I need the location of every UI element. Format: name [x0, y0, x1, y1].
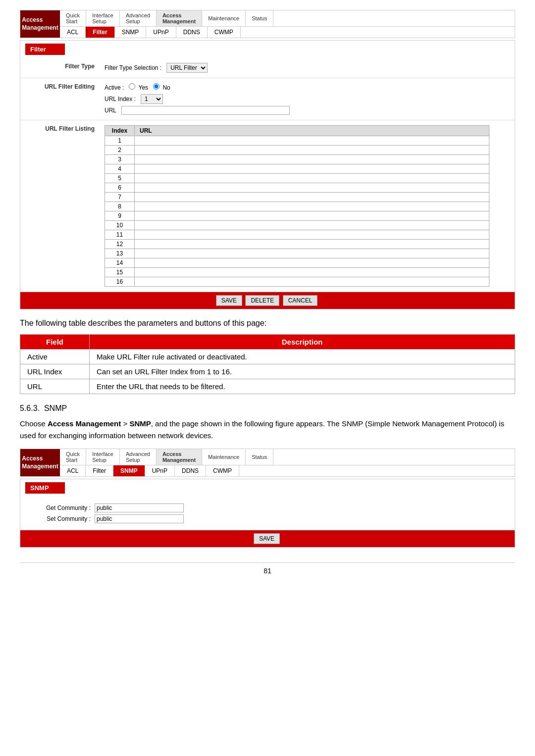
set-community-input[interactable] — [95, 514, 184, 523]
url-table-row: 1 — [105, 136, 489, 146]
nav-bottom-2-snmp[interactable]: SNMP — [113, 465, 145, 476]
url-table-index-cell: 15 — [105, 268, 135, 277]
url-table-index-cell: 12 — [105, 240, 135, 249]
url-filter-editing-label: URL Filter Editing — [20, 81, 100, 92]
filter-type-select[interactable]: URL Filter — [166, 63, 208, 73]
url-table-url-cell — [135, 258, 489, 268]
url-table-url-cell — [135, 146, 489, 155]
nav-bottom-filter[interactable]: Filter — [86, 27, 114, 38]
url-table-index-cell: 14 — [105, 258, 135, 268]
url-table-row: 10 — [105, 221, 489, 230]
url-table-url-cell — [135, 249, 489, 258]
nav-bottom-upnp[interactable]: UPnP — [146, 27, 176, 38]
nav-bottom-2-filter[interactable]: Filter — [86, 465, 113, 476]
active-no-label: No — [162, 84, 170, 91]
field-description-table: Field Description ActiveMake URL Filter … — [20, 334, 515, 394]
nav-top-2: QuickStart InterfaceSetup AdvancedSetup … — [60, 449, 515, 465]
nav-top-access-mgmt[interactable]: AccessManagement — [157, 10, 202, 26]
nav-bottom-2-ddns[interactable]: DDNS — [175, 465, 206, 476]
snmp-save-button[interactable]: SAVE — [254, 533, 280, 544]
nav-bar-2: Access Management QuickStart InterfaceSe… — [20, 449, 515, 477]
nav-bottom-snmp[interactable]: SNMP — [115, 27, 147, 38]
nav-bottom-acl[interactable]: ACL — [60, 27, 86, 38]
url-table-row: 9 — [105, 211, 489, 221]
url-filter-listing-row: URL Filter Listing Index URL 12345678910… — [20, 120, 515, 292]
nav-bottom-2-acl[interactable]: ACL — [60, 465, 86, 476]
url-index-select[interactable]: 1234 5678 9101112 13141516 — [141, 94, 163, 104]
nav-top-2-access-mgmt[interactable]: AccessManagement — [157, 449, 202, 465]
url-table-url-cell — [135, 230, 489, 240]
nav-bottom-2-upnp[interactable]: UPnP — [145, 465, 175, 476]
field-cell: Active — [20, 350, 90, 364]
url-table-index-cell: 8 — [105, 202, 135, 211]
nav-top-2-interface-setup[interactable]: InterfaceSetup — [86, 449, 120, 465]
field-cell: URL — [20, 379, 90, 394]
nav-top-2-maintenance[interactable]: Maintenance — [202, 449, 246, 465]
get-community-input[interactable] — [95, 504, 184, 512]
filter-type-selection-label: Filter Type Selection : — [105, 64, 161, 71]
save-button-1[interactable]: SAVE — [216, 295, 242, 306]
nav-bottom-cwmp[interactable]: CWMP — [208, 27, 241, 38]
cancel-button-1[interactable]: CANCEL — [283, 295, 318, 306]
url-table-index-cell: 9 — [105, 211, 135, 221]
nav-top-maintenance[interactable]: Maintenance — [202, 10, 246, 26]
url-table-index-cell: 11 — [105, 230, 135, 240]
desc-cell: Make URL Filter rule activated or deacti… — [90, 350, 515, 364]
url-table-row: 4 — [105, 164, 489, 174]
nav-top-2-status[interactable]: Status — [246, 449, 273, 465]
snmp-btn-row: SAVE — [20, 530, 515, 547]
url-table-url-cell — [135, 221, 489, 230]
desc-cell: Can set an URL Filter Index from 1 to 16… — [90, 364, 515, 379]
url-table-url-cell — [135, 277, 489, 287]
url-table-row: 13 — [105, 249, 489, 258]
nav-bottom-ddns[interactable]: DDNS — [176, 27, 208, 38]
url-table-url-cell — [135, 240, 489, 249]
url-table-url-cell — [135, 183, 489, 193]
url-table-url-cell — [135, 164, 489, 174]
url-table-row: 2 — [105, 146, 489, 155]
field-col-header: Field — [20, 335, 90, 350]
url-table-index-cell: 2 — [105, 146, 135, 155]
desc-col-header: Description — [90, 335, 515, 350]
nav-brand-2: Access Management — [20, 449, 60, 476]
nav-top-interface-setup[interactable]: InterfaceSetup — [86, 10, 120, 26]
snmp-body-text: Choose Access Management > SNMP, and the… — [20, 418, 515, 442]
filter-type-label: Filter Type — [20, 61, 100, 72]
set-community-row: Set Community : — [30, 514, 505, 523]
delete-button-1[interactable]: DELETE — [245, 295, 279, 306]
url-table-index-cell: 7 — [105, 193, 135, 202]
set-community-label: Set Community : — [30, 515, 95, 522]
section-title: SNMP — [44, 404, 67, 412]
url-table-row: 11 — [105, 230, 489, 240]
get-community-label: Get Community : — [30, 504, 95, 511]
section-number: 5.6.3. — [20, 404, 40, 412]
nav-top-status[interactable]: Status — [246, 10, 273, 26]
nav-bottom-2-cwmp[interactable]: CWMP — [206, 465, 239, 476]
nav-top-advanced-setup[interactable]: AdvancedSetup — [120, 10, 157, 26]
url-table-url-cell — [135, 268, 489, 277]
active-yes-radio[interactable] — [129, 83, 135, 90]
url-table-url-cell — [135, 136, 489, 146]
url-table-row: 3 — [105, 155, 489, 164]
url-table-url-header: URL — [135, 126, 489, 136]
url-filter-table: Index URL 12345678910111213141516 — [105, 125, 489, 287]
nav-sections-2: QuickStart InterfaceSetup AdvancedSetup … — [60, 449, 515, 476]
field-table-row: ActiveMake URL Filter rule activated or … — [20, 350, 515, 364]
url-input[interactable] — [121, 106, 290, 115]
url-table-row: 7 — [105, 193, 489, 202]
url-index-label: URL Index : — [105, 96, 136, 102]
url-table-url-cell — [135, 202, 489, 211]
field-cell: URL Index — [20, 364, 90, 379]
nav-top-2-advanced-setup[interactable]: AdvancedSetup — [120, 449, 157, 465]
section-563-heading: 5.6.3. SNMP — [20, 404, 515, 413]
active-yes-label: Yes — [139, 84, 149, 91]
active-no-radio[interactable] — [153, 83, 160, 90]
active-label: Active : — [105, 84, 124, 91]
url-table-row: 8 — [105, 202, 489, 211]
filter-btn-row: SAVE DELETE CANCEL — [20, 292, 515, 309]
nav-top-2-quick-start[interactable]: QuickStart — [60, 449, 86, 465]
url-table-index-cell: 10 — [105, 221, 135, 230]
filter-panel: Filter Filter Type Filter Type Selection… — [20, 40, 515, 309]
nav-top-quick-start[interactable]: QuickStart — [60, 10, 86, 26]
url-table-url-cell — [135, 211, 489, 221]
